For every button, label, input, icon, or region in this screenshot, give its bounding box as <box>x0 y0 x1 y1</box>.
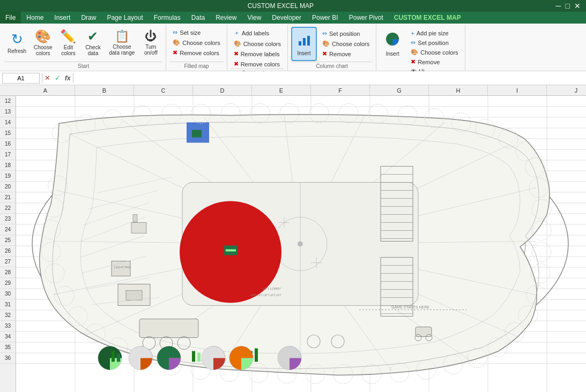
col-header-a[interactable]: A <box>16 85 75 95</box>
row-num-12: 12 <box>0 96 16 107</box>
set-size-fm-button[interactable]: ⇔ Set size <box>169 28 223 37</box>
turn-on-off-button[interactable]: ⏻ Turnon/off <box>139 26 162 60</box>
formula-bar-divider <box>42 73 42 83</box>
col-header-g[interactable]: G <box>370 85 429 95</box>
group-column-chart: Insert ⇔ Set position 🎨 Choose colors ✖ <box>288 25 376 71</box>
row-num-23: 23 <box>0 214 16 224</box>
insert-pie-button[interactable]: Insert <box>380 27 405 61</box>
col-header-i[interactable]: I <box>488 85 547 95</box>
power-icon: ⏻ <box>145 30 157 43</box>
insert-pie-label: Insert <box>386 51 399 57</box>
cell-ref-input[interactable] <box>2 73 40 84</box>
row-num-20: 20 <box>0 182 16 192</box>
set-position-col-label: Set position <box>329 31 360 37</box>
row-num-17: 17 <box>0 149 16 160</box>
confirm-formula-icon[interactable]: ✓ <box>55 74 61 82</box>
choose-colors-pie-button[interactable]: 🎨 Choose colors <box>407 48 461 57</box>
menu-review[interactable]: Review <box>210 12 242 24</box>
menu-data[interactable]: Data <box>186 12 210 24</box>
check-data-label: Checkdata <box>85 44 100 56</box>
remove-pie-button[interactable]: ✖ Remove <box>407 57 461 66</box>
choose-colors-fm-button[interactable]: 🎨 Choose colors <box>169 38 223 47</box>
grid-content: GAME STARTS HERE <box>16 96 586 392</box>
choose-colors-pie-label: Choose colors <box>420 49 458 56</box>
check-data-button[interactable]: ✔ Checkdata <box>81 26 105 60</box>
choose-colors-bc-button[interactable]: 🎨 Choose colors <box>231 39 284 48</box>
add-labels-bc-button[interactable]: ＋ Add labels <box>231 28 284 38</box>
menu-custom-excel-map[interactable]: CUSTOM EXCEL MAP <box>389 12 466 24</box>
choose-colors-col-button[interactable]: 🎨 Choose colors <box>319 39 373 48</box>
col-header-d[interactable]: D <box>193 85 252 95</box>
menu-power-bi[interactable]: Power BI <box>307 12 344 24</box>
menu-draw[interactable]: Draw <box>76 12 101 24</box>
add-pie-size-button[interactable]: + Add pie size <box>407 29 461 37</box>
maximize-btn[interactable]: □ <box>566 2 570 10</box>
remove-colors-bc-label: Remove colors <box>241 61 280 67</box>
svg-rect-91 <box>416 327 432 337</box>
remove-colors-fm-button[interactable]: ✖ Remove colors <box>169 48 223 57</box>
cancel-formula-icon[interactable]: ✕ <box>44 74 50 82</box>
close-btn[interactable]: ✕ <box>574 2 581 10</box>
col-header-e[interactable]: E <box>252 85 311 95</box>
palette-col-icon: 🎨 <box>322 40 330 47</box>
svg-text:LIFT  LIFT  LIFT  LIFT  LIFT: LIFT LIFT LIFT LIFT LIFT <box>251 293 281 297</box>
row-num-13: 13 <box>0 107 16 117</box>
add-labels-icon: ＋ <box>234 29 240 37</box>
set-position-pie-button[interactable]: ⇔ Set position <box>407 38 461 47</box>
set-size-fm-label: Set size <box>180 29 201 36</box>
remove-colors-bc-button[interactable]: ✖ Remove colors <box>231 59 284 69</box>
svg-text:LIGHT PAD: LIGHT PAD <box>114 266 131 269</box>
menu-insert[interactable]: Insert <box>49 12 76 24</box>
menu-page-layout[interactable]: Page Layout <box>101 12 148 24</box>
col-header-f[interactable]: F <box>311 85 370 95</box>
menu-formulas[interactable]: Formulas <box>149 12 186 24</box>
remove-labels-bc-button[interactable]: ✖ Remove labels <box>231 49 284 58</box>
fx-icon[interactable]: fx <box>65 74 71 82</box>
remove-labels-bc-label: Remove labels <box>241 51 280 57</box>
formula-bar-divider2 <box>73 73 73 83</box>
position-pie-icon: ⇔ <box>411 39 416 46</box>
remove-col-label: Remove <box>329 51 351 57</box>
row-num-18: 18 <box>0 160 16 171</box>
svg-point-62 <box>298 242 303 247</box>
choose-colors-start-label: Choosecolors <box>34 44 52 56</box>
refresh-label: Refresh <box>8 48 26 54</box>
svg-rect-150 <box>112 351 115 362</box>
menu-developer[interactable]: Developer <box>266 12 307 24</box>
col-header-c[interactable]: C <box>134 85 193 95</box>
marker-line <box>226 250 236 252</box>
row-num-36: 36 <box>0 353 16 364</box>
menu-view[interactable]: View <box>242 12 267 24</box>
col-header-h[interactable]: H <box>429 85 488 95</box>
edit-colors-label: Editcolors <box>61 44 76 56</box>
col-header-b[interactable]: B <box>75 85 134 95</box>
svg-rect-2 <box>307 36 310 46</box>
palette-fm-icon: 🎨 <box>173 39 180 46</box>
svg-rect-153 <box>192 351 195 362</box>
col-header-j[interactable]: J <box>547 85 586 95</box>
menu-file[interactable]: File <box>0 12 21 24</box>
title-bar: CUSTOM EXCEL MAP ─ □ ✕ <box>0 0 586 12</box>
row-num-35: 35 <box>0 342 16 353</box>
row-num-21: 21 <box>0 192 16 203</box>
refresh-button[interactable]: ↻ Refresh <box>4 26 29 60</box>
insert-col-button[interactable]: Insert <box>291 27 317 61</box>
svg-rect-0 <box>299 41 301 46</box>
menu-home[interactable]: Home <box>21 12 49 24</box>
edit-colors-button[interactable]: ✏️ Editcolors <box>56 26 80 60</box>
formula-input[interactable] <box>76 74 584 82</box>
choose-data-range-button[interactable]: 📋 Choosedata range <box>106 26 138 60</box>
refresh-icon: ↻ <box>11 32 23 47</box>
set-position-col-button[interactable]: ⇔ Set position <box>319 29 373 38</box>
choose-colors-fm-label: Choose colors <box>182 40 220 46</box>
main-content: A B C D E F G H I J <box>16 85 586 392</box>
choose-colors-start-button[interactable]: 🎨 Choosecolors <box>31 26 55 60</box>
minimize-btn[interactable]: ─ <box>556 2 561 10</box>
bubble-chart-buttons: ＋ Add labels 🎨 Choose colors ✖ Remove la… <box>231 26 284 69</box>
ribbon-content: ↻ Refresh 🎨 Choosecolors ✏️ Editcolors <box>0 24 586 71</box>
svg-rect-157 <box>255 349 258 362</box>
row-num-28: 28 <box>0 267 16 278</box>
remove-col-button[interactable]: ✖ Remove <box>319 49 373 58</box>
corner-cell <box>0 85 16 96</box>
menu-power-pivot[interactable]: Power Pivot <box>344 12 389 24</box>
